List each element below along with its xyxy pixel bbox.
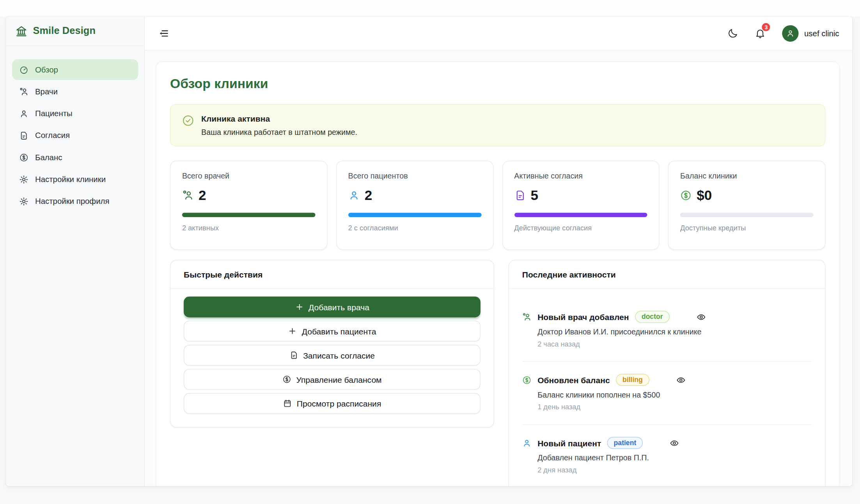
moon-icon bbox=[727, 28, 738, 39]
sidebar-item-label: Настройки клиники bbox=[35, 175, 106, 184]
sidebar-nav: Обзор Врачи Пациенты Согласия Баланс bbox=[6, 46, 144, 212]
stat-card-doctors: Всего врачей 2 2 активных bbox=[170, 161, 327, 250]
stat-card-patients: Всего пациентов 2 2 с согласиями bbox=[336, 161, 493, 250]
stat-caption: 2 с согласиями bbox=[348, 224, 481, 232]
stat-cards: Всего врачей 2 2 активных Всего пациенто… bbox=[170, 161, 825, 250]
add-patient-button[interactable]: Добавить пациента bbox=[184, 321, 481, 341]
activity-title: Новый врач добавлен bbox=[537, 312, 629, 322]
gauge-icon bbox=[19, 65, 28, 74]
activity-description: Баланс клиники пополнен на $500 bbox=[537, 390, 812, 399]
screen: Smile Design Обзор Врачи Пациенты Согла bbox=[0, 0, 860, 504]
status-banner-description: Ваша клиника работает в штатном режиме. bbox=[201, 128, 357, 137]
dollar-icon bbox=[19, 153, 28, 162]
stat-label: Баланс клиники bbox=[680, 172, 813, 180]
main-panel: Обзор клиники Клиника активна Ваша клини… bbox=[156, 62, 840, 486]
quick-actions-list: Добавить врача Добавить пациента Записат… bbox=[170, 289, 493, 427]
button-label: Записать согласие bbox=[303, 350, 375, 360]
content-area: Обзор клиники Клиника активна Ваша клини… bbox=[145, 50, 852, 486]
activity-item: Обновлен баланс billing Баланс клиники п… bbox=[522, 361, 812, 424]
activity-description: Добавлен пациент Петров П.П. bbox=[537, 453, 812, 462]
activity-time: 1 день назад bbox=[537, 403, 812, 411]
sidebar-item-clinic-settings[interactable]: Настройки клиники bbox=[12, 169, 138, 189]
sidebar-item-patients[interactable]: Пациенты bbox=[12, 103, 138, 124]
user-icon bbox=[522, 438, 532, 447]
doctor-icon bbox=[182, 190, 194, 202]
activity-time: 2 дня назад bbox=[537, 466, 812, 474]
eye-icon bbox=[676, 375, 686, 385]
button-label: Добавить пациента bbox=[302, 326, 376, 336]
collapse-sidebar-icon bbox=[158, 28, 169, 39]
dollar-circle-icon bbox=[522, 375, 532, 385]
brand-logo: Smile Design bbox=[6, 16, 144, 46]
button-label: Добавить врача bbox=[309, 302, 369, 312]
brand-name: Smile Design bbox=[33, 25, 96, 37]
sidebar-item-consents[interactable]: Согласия bbox=[12, 125, 138, 146]
activity-title: Обновлен баланс bbox=[537, 375, 610, 385]
notification-badge: 3 bbox=[762, 23, 770, 31]
app-window: Smile Design Обзор Врачи Пациенты Согла bbox=[6, 16, 852, 486]
plus-icon bbox=[288, 327, 297, 336]
user-name: usef clinic bbox=[804, 29, 839, 38]
view-activity-button[interactable] bbox=[676, 375, 686, 385]
avatar[interactable] bbox=[782, 25, 799, 41]
recent-activities-panel: Последние активности Новый врач добавлен… bbox=[509, 260, 826, 486]
manage-balance-button[interactable]: Управление балансом bbox=[184, 369, 481, 389]
doctor-icon bbox=[522, 312, 532, 322]
user-avatar-icon bbox=[786, 29, 795, 38]
recent-activities-title: Последние активности bbox=[509, 260, 825, 289]
view-activity-button[interactable] bbox=[670, 438, 679, 447]
sidebar-item-label: Настройки профиля bbox=[35, 197, 109, 206]
notifications: 3 bbox=[755, 28, 766, 39]
sidebar-item-overview[interactable]: Обзор bbox=[12, 59, 138, 80]
calendar-icon bbox=[283, 399, 292, 408]
sidebar-item-label: Обзор bbox=[35, 65, 58, 74]
add-doctor-button[interactable]: Добавить врача bbox=[184, 297, 481, 317]
view-schedule-button[interactable]: Просмотр расписания bbox=[184, 393, 481, 414]
progress-bar bbox=[514, 213, 647, 217]
activities-list: Новый врач добавлен doctor Доктор Иванов… bbox=[509, 289, 825, 486]
activity-time: 2 часа назад bbox=[537, 340, 812, 348]
quick-actions-title: Быстрые действия bbox=[170, 260, 493, 289]
dollar-circle-icon bbox=[282, 375, 291, 384]
gear-icon bbox=[19, 175, 28, 184]
activity-item: Новый пациент patient Добавлен пациент П… bbox=[522, 424, 812, 486]
sidebar-item-balance[interactable]: Баланс bbox=[12, 147, 138, 168]
stat-value: $0 bbox=[697, 187, 712, 203]
view-activity-button[interactable] bbox=[696, 312, 706, 322]
status-banner: Клиника активна Ваша клиника работает в … bbox=[170, 104, 825, 146]
record-consent-button[interactable]: Записать согласие bbox=[184, 345, 481, 366]
dark-mode-toggle[interactable] bbox=[727, 28, 738, 39]
check-circle-icon bbox=[182, 115, 194, 127]
activity-badge: billing bbox=[616, 374, 649, 386]
document-icon bbox=[19, 131, 28, 140]
stat-label: Активные согласия bbox=[514, 172, 647, 180]
stat-label: Всего врачей bbox=[182, 172, 315, 180]
eye-icon bbox=[696, 312, 706, 322]
stat-value: 2 bbox=[199, 187, 206, 203]
sidebar-item-label: Пациенты bbox=[35, 109, 73, 118]
stat-value: 5 bbox=[531, 187, 539, 203]
bank-icon bbox=[15, 25, 27, 37]
progress-bar bbox=[348, 213, 481, 217]
sidebar-item-profile-settings[interactable]: Настройки профиля bbox=[12, 191, 138, 211]
dollar-circle-icon bbox=[680, 190, 692, 202]
stat-caption: Действующие согласия bbox=[514, 224, 647, 232]
stat-caption: 2 активных bbox=[182, 224, 315, 232]
document-icon bbox=[514, 190, 526, 202]
activity-badge: doctor bbox=[635, 311, 669, 323]
page-title: Обзор клиники bbox=[170, 76, 825, 91]
sidebar-item-doctors[interactable]: Врачи bbox=[12, 81, 138, 102]
sidebar-item-label: Баланс bbox=[35, 153, 62, 162]
panels-row: Быстрые действия Добавить врача Добавить… bbox=[170, 260, 825, 486]
document-icon bbox=[289, 351, 298, 360]
activity-item: Новый врач добавлен doctor Доктор Иванов… bbox=[522, 304, 812, 361]
status-banner-text: Клиника активна Ваша клиника работает в … bbox=[201, 114, 357, 137]
user-icon bbox=[19, 109, 28, 118]
button-label: Управление балансом bbox=[296, 375, 381, 384]
topbar-right: 3 usef clinic bbox=[727, 25, 839, 41]
activity-title: Новый пациент bbox=[537, 438, 601, 447]
eye-icon bbox=[670, 438, 679, 447]
status-banner-title: Клиника активна bbox=[201, 114, 357, 124]
activity-badge: patient bbox=[607, 437, 643, 449]
sidebar-collapse-button[interactable] bbox=[158, 28, 169, 39]
